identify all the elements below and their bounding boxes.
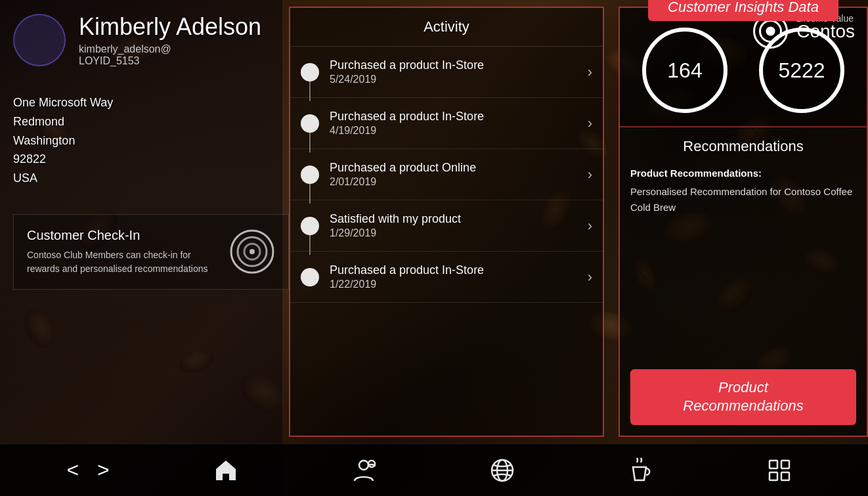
- address-line5: USA: [13, 169, 289, 188]
- app-icon: [766, 457, 792, 484]
- brand-name: Contos: [796, 21, 855, 42]
- activity-action-1: Purchased a product In-Store: [330, 110, 577, 124]
- activity-item-3[interactable]: Satisfied with my product 1/29/2019 ›: [290, 200, 603, 252]
- nav-person-button[interactable]: [337, 452, 390, 489]
- timeline-line: [309, 81, 311, 101]
- chevron-right-icon-3: ›: [588, 217, 592, 235]
- nav-app-button[interactable]: [753, 452, 806, 489]
- rec-label: Product Recommendations:: [630, 166, 856, 181]
- person-icon: [351, 457, 377, 484]
- activity-text-2: Purchased a product Online 2/01/2019: [330, 161, 577, 188]
- activity-date-3: 1/29/2019: [330, 227, 577, 239]
- checkin-logo-icon: [229, 229, 275, 275]
- svg-rect-39: [770, 461, 777, 468]
- main-content: Contos Kimberly Adelson kimberly_adelson…: [0, 0, 868, 496]
- activity-date-1: 4/19/2019: [330, 125, 577, 137]
- chevron-right-icon-0: ›: [588, 64, 592, 81]
- activity-action-2: Purchased a product Online: [330, 161, 577, 175]
- rec-button-line2: Recommendations: [640, 397, 847, 416]
- user-name: Kimberly Adelson: [79, 13, 261, 41]
- activity-panel: Activity Purchased a product In-Store 5/…: [289, 7, 604, 437]
- address-line4: 92822: [13, 150, 289, 169]
- nav-home-button[interactable]: [200, 452, 252, 489]
- user-header: Kimberly Adelson kimberly_adelson@ LOYID…: [13, 13, 289, 67]
- recommendations-section: Recommendations Product Recommendations:…: [620, 127, 867, 436]
- activity-item-2[interactable]: Purchased a product Online 2/01/2019 ›: [290, 149, 603, 200]
- activity-item-4[interactable]: Purchased a product In-Store 1/22/2019 ›: [290, 252, 603, 303]
- left-panel: Kimberly Adelson kimberly_adelson@ LOYID…: [13, 13, 289, 430]
- home-icon: [213, 457, 239, 484]
- activity-text-0: Purchased a product In-Store 5/24/2019: [330, 58, 577, 85]
- activity-date-2: 2/01/2019: [330, 176, 577, 188]
- svg-rect-42: [781, 472, 789, 480]
- nav-next-button[interactable]: >: [93, 458, 114, 482]
- metric-circle-1: 164: [642, 28, 727, 113]
- timeline-dot: [301, 217, 319, 235]
- timeline-dot: [301, 268, 319, 286]
- globe-icon: [489, 457, 515, 484]
- nav-globe-button[interactable]: [476, 452, 529, 489]
- chevron-right-icon-2: ›: [588, 166, 592, 183]
- top-area: Kimberly Adelson kimberly_adelson@ LOYID…: [0, 0, 868, 443]
- timeline-dot: [301, 166, 319, 184]
- svg-rect-40: [781, 461, 789, 468]
- nav-arrows: < >: [62, 458, 113, 482]
- activity-text-4: Purchased a product In-Store 1/22/2019: [330, 263, 577, 290]
- activity-item-1[interactable]: Purchased a product In-Store 4/19/2019 ›: [290, 98, 603, 149]
- svg-point-34: [359, 461, 368, 470]
- coffee-icon: [628, 457, 654, 484]
- activity-action-3: Satisfied with my product: [330, 212, 577, 226]
- user-address: One Microsoft Way Redmond Washington 928…: [13, 93, 289, 188]
- timeline-dot: [301, 63, 319, 81]
- checkin-text: Customer Check-In Contoso Club Members c…: [27, 228, 216, 276]
- bottom-nav: < >: [0, 443, 868, 496]
- address-line1: One Microsoft Way: [13, 93, 289, 112]
- activity-text-1: Purchased a product In-Store 4/19/2019: [330, 110, 577, 137]
- user-loyalty-id: LOYID_5153: [79, 55, 261, 67]
- nav-coffee-button[interactable]: [615, 452, 667, 489]
- timeline-line: [309, 235, 311, 255]
- rec-button-line1: Product: [640, 378, 847, 397]
- activity-item-0[interactable]: Purchased a product In-Store 5/24/2019 ›: [290, 47, 603, 98]
- product-recommendations-button[interactable]: Product Recommendations: [630, 369, 856, 425]
- insights-header-label: Customer Insights Data: [648, 0, 838, 21]
- avatar: [13, 14, 66, 66]
- checkin-title: Customer Check-In: [27, 228, 216, 243]
- svg-point-33: [250, 249, 255, 254]
- timeline-line: [309, 184, 311, 204]
- metric-value-2: 5222: [778, 58, 825, 83]
- checkin-block: Customer Check-In Contoso Club Members c…: [13, 214, 289, 290]
- user-email: kimberly_adelson@: [79, 43, 261, 55]
- metric-item-1: 164: [642, 28, 727, 113]
- recommendations-title: Recommendations: [630, 138, 856, 155]
- activity-date-0: 5/24/2019: [330, 74, 577, 85]
- chevron-right-icon-1: ›: [588, 115, 592, 132]
- rec-text: Personalised Recommendation for Contoso …: [630, 186, 852, 213]
- address-line3: Washington: [13, 131, 289, 150]
- timeline-dot: [301, 114, 319, 133]
- activity-header: Activity: [290, 8, 603, 47]
- activity-list: Purchased a product In-Store 5/24/2019 ›…: [290, 47, 603, 435]
- chevron-right-icon-4: ›: [588, 269, 592, 286]
- activity-date-4: 1/22/2019: [330, 279, 577, 290]
- metric-value-1: 164: [667, 58, 702, 83]
- svg-rect-41: [770, 472, 777, 480]
- recommendations-body: Product Recommendations: Personalised Re…: [630, 166, 856, 361]
- activity-action-0: Purchased a product In-Store: [330, 58, 577, 72]
- activity-text-3: Satisfied with my product 1/29/2019: [330, 212, 577, 239]
- checkin-description: Contoso Club Members can check-in for re…: [27, 248, 216, 276]
- address-line2: Redmond: [13, 112, 289, 131]
- activity-action-4: Purchased a product In-Store: [330, 263, 577, 277]
- svg-point-29: [766, 27, 775, 36]
- nav-prev-button[interactable]: <: [62, 458, 83, 482]
- user-info: Kimberly Adelson kimberly_adelson@ LOYID…: [79, 13, 261, 67]
- insights-panel: Customer Insights Data Lifetime Value 16…: [618, 7, 868, 437]
- insights-wrapper: Customer Insights Data Lifetime Value 16…: [620, 8, 867, 436]
- timeline-line: [309, 133, 311, 152]
